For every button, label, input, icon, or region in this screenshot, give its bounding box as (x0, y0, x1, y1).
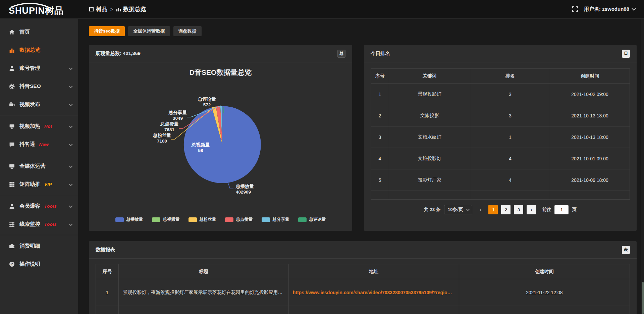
breadcrumb-separator: > (110, 7, 113, 12)
sidebar-item-bar-chart[interactable]: 数据总览 (0, 41, 78, 59)
tab-询盘数据[interactable]: 询盘数据 (173, 26, 202, 36)
total-badge-button[interactable]: 总 (337, 50, 345, 58)
chevron-down-icon (69, 182, 72, 186)
table-row-empty (96, 306, 630, 314)
table-cell: 2021-10-13 18:00 (550, 105, 630, 126)
sidebar-item-wallet[interactable]: 消费明细 (0, 237, 78, 255)
table-cell: 4 (470, 148, 550, 169)
report-time-cell: 2021-11-22 12:08 (459, 279, 630, 306)
ranking-column-header: 关键词 (389, 69, 470, 84)
table-cell: 4 (371, 148, 389, 169)
impressions-total: 展现量总数: 421,369 (96, 50, 141, 57)
scrollbar-thumb[interactable] (642, 282, 644, 314)
ranking-table: 序号关键词排名创建时间 1景观投影灯32021-10-02 09:002文旅投影… (371, 68, 630, 200)
breadcrumb-item-current[interactable]: 数据总览 (116, 5, 146, 13)
legend-item-总视频量[interactable]: 总视频量 (152, 217, 180, 222)
report-table: 序号标题地址创建时间 1景观投影灯，夜游景观投影灯厂家展示展示落花灯在花园里的灯… (96, 264, 630, 314)
day-badge-button[interactable]: 日 (622, 50, 630, 58)
chat-icon (9, 141, 15, 147)
table-cell: 4 (470, 169, 550, 191)
pagination: 共 23 条 10条/页 ‹ 123 › 前往 页 (364, 205, 637, 214)
sidebar-item-question[interactable]: ?操作说明 (0, 255, 78, 273)
video-heat-icon (9, 123, 15, 129)
sidebar-item-badge: New (39, 142, 49, 147)
chart-panel-header: 展现量总数: 421,369 总 (89, 45, 352, 62)
sidebar-item-sliders[interactable]: 线索监控Tools (0, 215, 78, 233)
main-content: 抖音seo数据全媒体运营数据询盘数据 展现量总数: 421,369 总 D音SE… (78, 19, 644, 314)
grid-icon (9, 181, 15, 187)
legend-item-总点赞量[interactable]: 总点赞量 (225, 217, 253, 222)
pie-label-name: 总播放量 (235, 184, 254, 189)
gear-icon (9, 83, 15, 89)
pagination-total: 共 23 条 (424, 207, 441, 213)
wallet-icon (9, 243, 15, 249)
sidebar-item-label: 矩阵助推 (19, 181, 40, 188)
table-cell: 3 (470, 84, 550, 105)
page-button-3[interactable]: 3 (514, 205, 523, 214)
pie-chart: D音SEO数据量总览 总播放量402909总视频量58总粉丝量7100总点赞量7… (89, 62, 352, 230)
prev-page-button[interactable]: ‹ (476, 205, 485, 214)
chevron-down-icon (69, 204, 72, 208)
sidebar-item-member[interactable]: 会员爆客Tools (0, 197, 78, 215)
breadcrumb-item-home[interactable]: 树品 (89, 5, 107, 13)
legend-item-总播放量[interactable]: 总播放量 (115, 217, 143, 222)
table-cell: 2021-10-01 09:00 (550, 148, 630, 169)
sidebar-item-gear[interactable]: 抖音SEO (0, 77, 78, 95)
video-heat-icon (9, 123, 15, 129)
sidebar-item-label: 视频加热 (19, 123, 40, 130)
legend-swatch (152, 217, 160, 222)
table-cell: 1 (371, 84, 389, 105)
bar-chart-icon (9, 47, 15, 53)
report-table-wrap: 序号标题地址创建时间 1景观投影灯，夜游景观投影灯厂家展示展示落花灯在花园里的灯… (89, 259, 637, 314)
sidebar-item-video-heat[interactable]: 视频加热Hot (0, 117, 78, 135)
report-panel-header: 数据报表 表 (89, 241, 637, 259)
sidebar-item-chat[interactable]: 抖客通New (0, 135, 78, 153)
fullscreen-icon[interactable] (572, 6, 578, 12)
sidebar-item-user[interactable]: 账号管理 (0, 59, 78, 77)
tab-抖音seo数据[interactable]: 抖音seo数据 (89, 26, 125, 36)
report-table-header-row: 序号标题地址创建时间 (96, 264, 630, 279)
ranking-title: 今日排名 (371, 50, 390, 57)
legend-item-总粉丝量[interactable]: 总粉丝量 (189, 217, 216, 222)
report-column-header: 序号 (96, 264, 119, 279)
table-badge-button[interactable]: 表 (622, 246, 630, 254)
goto-page-input[interactable] (554, 205, 569, 214)
wallet-icon (9, 243, 15, 249)
legend-item-总分享量[interactable]: 总分享量 (262, 217, 289, 222)
window-icon (89, 7, 94, 12)
next-page-button[interactable]: › (527, 205, 536, 214)
sidebar-item-home[interactable]: 首页 (0, 23, 78, 41)
page-button-2[interactable]: 2 (501, 205, 511, 214)
chevron-down-icon (69, 222, 72, 226)
pie-label-line (228, 182, 233, 189)
username[interactable]: 用户名: zswodun88 (584, 6, 635, 12)
pie-label-name: 总分享量 (168, 110, 187, 115)
pie-label-value: 7681 (164, 127, 175, 132)
sidebar-item-grid[interactable]: 矩阵助推VIP (0, 175, 78, 193)
legend-item-总评论量[interactable]: 总评论量 (298, 217, 326, 222)
page-size-select[interactable]: 10条/页 (444, 205, 473, 214)
tab-全媒体运营数据[interactable]: 全媒体运营数据 (128, 26, 170, 36)
question-icon: ? (9, 261, 15, 267)
goto-suffix: 页 (572, 207, 577, 213)
sidebar-divider (0, 155, 78, 155)
chat-icon (9, 142, 15, 147)
table-cell: 1 (470, 126, 550, 148)
page-button-1[interactable]: 1 (488, 205, 498, 214)
breadcrumb-label: 树品 (96, 5, 107, 13)
sidebar-item-monitor[interactable]: 全媒体运营 (0, 157, 78, 175)
ranking-table-header-row: 序号关键词排名创建时间 (371, 69, 630, 84)
sidebar-item-video-publish[interactable]: 视频发布 (0, 95, 78, 113)
chevron-down-icon (69, 142, 72, 146)
sidebar-item-label: 全媒体运营 (19, 163, 46, 170)
scrollbar[interactable] (641, 19, 644, 314)
table-row: 1景观投影灯，夜游景观投影灯厂家展示展示落花灯在花园里的灯光投影应用效果 #ht… (96, 279, 630, 306)
chevron-down-icon (69, 124, 72, 128)
table-cell: 2021-10-02 09:00 (550, 84, 630, 105)
video-link[interactable]: https://www.iesdouyin.com/share/video/70… (293, 290, 452, 295)
table-cell: 3 (470, 105, 550, 126)
sidebar-divider (0, 115, 78, 115)
ranking-column-header: 序号 (371, 69, 389, 84)
legend-label: 总分享量 (273, 217, 289, 222)
bar-chart-icon (9, 47, 15, 53)
